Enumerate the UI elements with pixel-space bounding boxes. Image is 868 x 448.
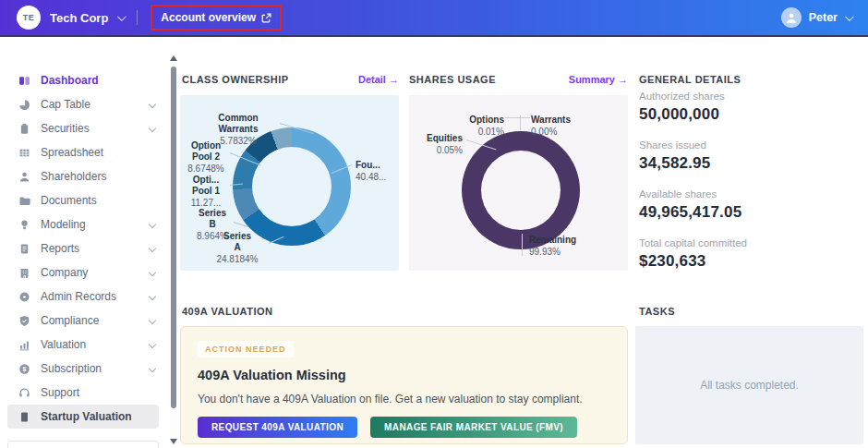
section-title: 409A VALUATION [182,306,272,317]
svg-text:$: $ [23,365,27,372]
card-heading: 409A Valuation Missing [198,368,610,382]
stat-shares-issued: Shares issued 34,582.95 [639,139,863,173]
sidebar-item-partial [7,441,159,448]
shield-check-icon [18,315,30,327]
chevron-down-icon[interactable] [149,317,156,324]
chevron-down-icon[interactable] [149,365,156,372]
sidebar-item-cap-table[interactable]: Cap Table [0,92,166,116]
shares-usage-donut [462,131,580,249]
person-icon [18,171,30,183]
topbar: TE Tech Corp Account overview Pet [0,0,868,37]
org-name[interactable]: Tech Corp [50,11,108,25]
stat-available-shares: Available shares 49,965,417.05 [639,188,863,222]
dashboard-icon [18,75,30,87]
chevron-down-icon[interactable] [149,269,156,276]
manage-fmv-button[interactable]: MANAGE FAIR MARKET VALUE (FMV) [370,417,577,438]
org-avatar: TE [17,6,41,30]
divider [137,10,138,25]
sidebar-item-startup-valuation[interactable]: Startup Valuation [7,405,159,429]
chevron-down-icon[interactable] [149,101,156,108]
general-details-panel: Authorized shares 50,000,000 Shares issu… [639,91,863,286]
tasks-header: TASKS [639,306,863,317]
document-icon [18,411,30,423]
sidebar-item-shareholders[interactable]: Shareholders [0,164,166,188]
action-needed-badge: ACTION NEEDED [198,341,294,357]
disc-icon [18,291,30,303]
class-ownership-chart-panel: Common Warrants 5.7832% Option Pool 2 8.… [180,95,399,271]
card-body-text: You don't have a 409A Valuation on file.… [198,393,610,406]
sidebar-item-admin-records[interactable]: Admin Records [0,285,166,309]
sidebar-item-modeling[interactable]: Modeling [0,212,166,236]
sidebar-item-support[interactable]: Support [0,381,166,405]
section-title: GENERAL DETAILS [639,74,741,85]
lightbulb-icon [18,219,30,231]
sidebar-item-company[interactable]: Company [0,260,166,285]
general-details-header: GENERAL DETAILS [639,74,863,85]
sidebar-item-compliance[interactable]: Compliance [0,309,166,333]
class-ownership-header: CLASS OWNERSHIP Detail → [182,74,399,85]
shares-usage-header: SHARES USAGE Summary → [409,74,628,85]
sidebar-item-reports[interactable]: Reports [0,236,166,260]
clipboard-icon [18,123,30,135]
sidebar-item-spreadsheet[interactable]: Spreadsheet [0,140,166,164]
external-link-icon [261,13,271,23]
pie-chart-icon [18,99,30,111]
account-overview-link[interactable]: Account overview [161,11,256,24]
dollar-circle-icon: $ [18,363,30,375]
summary-link[interactable]: Summary → [569,74,628,85]
user-avatar[interactable] [781,7,802,28]
donut-label-equities: Equities 0.05% [409,133,463,156]
scrollbar-thumb[interactable] [171,67,176,408]
chevron-down-icon[interactable] [149,245,156,252]
donut-label-warrants: Warrants 0.00% [531,115,596,138]
report-icon [18,243,30,255]
sidebar-item-securities[interactable]: Securities [0,116,166,140]
scroll-up-arrow[interactable] [170,55,177,61]
arrow-right-icon: → [389,74,399,85]
donut-label-option-pool-1: Opti... Pool 1 11.27... [180,175,232,208]
arrow-right-icon: → [618,74,628,85]
headset-icon [18,387,30,399]
donut-label-series-a: Series A 24.8184% [202,231,272,264]
donut-label-option-pool-2: Option Pool 2 8.6748% [180,140,232,174]
scroll-down-arrow[interactable] [170,439,177,444]
app-window: TE Tech Corp Account overview Pet [0,0,868,448]
bar-chart-icon [18,339,30,351]
chevron-down-icon[interactable] [149,221,156,228]
sidebar-item-subscription[interactable]: $ Subscription [0,357,166,381]
stat-total-capital-committed: Total capital committed $230,633 [639,237,863,271]
sidebar: Dashboard Cap Table Securities Spreadshe… [0,37,166,448]
tasks-empty-message: All tasks completed. [700,379,799,392]
donut-label-founders: Fou... 40.48... [356,160,398,183]
section-title: TASKS [639,306,675,317]
user-name[interactable]: Peter [809,11,838,24]
valuation-409a-header: 409A VALUATION [182,306,399,317]
tasks-panel: All tasks completed. [635,326,863,444]
vertical-scrollbar [169,54,178,448]
chevron-down-icon[interactable] [149,293,156,300]
folder-icon [18,195,30,207]
annotation-red-box[interactable]: Account overview [151,5,282,30]
grid-icon [18,147,30,159]
detail-link[interactable]: Detail → [358,74,399,85]
valuation-409a-card: ACTION NEEDED 409A Valuation Missing You… [180,326,628,444]
stat-authorized-shares: Authorized shares 50,000,000 [639,91,863,124]
donut-label-remaining: Remaining 99.93% [529,235,596,258]
chevron-down-icon[interactable] [149,341,156,348]
shares-usage-chart-panel: Options 0.01% Warrants 0.00% Equities 0.… [409,95,628,271]
section-title: SHARES USAGE [409,74,496,85]
sidebar-item-documents[interactable]: Documents [0,188,166,212]
chevron-down-icon[interactable] [845,12,854,21]
sidebar-item-dashboard[interactable]: Dashboard [0,68,166,92]
chevron-down-icon[interactable] [117,12,127,21]
sidebar-item-valuation[interactable]: Valuation [0,333,166,357]
building-icon [18,267,30,279]
request-409a-valuation-button[interactable]: REQUEST 409A VALUATION [198,417,357,438]
chevron-down-icon[interactable] [149,125,156,132]
section-title: CLASS OWNERSHIP [182,74,289,85]
